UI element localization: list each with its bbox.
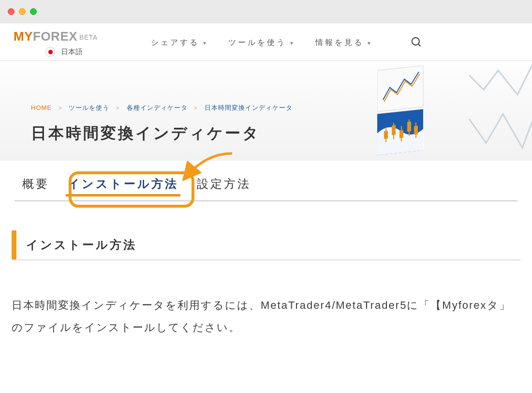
breadcrumb-sep: ＞	[192, 104, 199, 111]
breadcrumb-sep: ＞	[115, 104, 121, 111]
tabs-container: 概要 インストール方法 設定方法	[0, 161, 532, 201]
minimize-icon[interactable]	[19, 8, 26, 15]
chevron-down-icon: ▾	[203, 40, 206, 46]
tab-overview[interactable]: 概要	[20, 176, 51, 200]
heading-accent-bar	[12, 230, 16, 259]
svg-line-1	[418, 44, 421, 46]
tab-install[interactable]: インストール方法	[66, 176, 180, 200]
browser-titlebar	[0, 0, 532, 23]
close-icon[interactable]	[8, 8, 15, 15]
nav-tools[interactable]: ツールを使う ▾	[228, 38, 293, 48]
section-heading: インストール方法	[12, 230, 520, 260]
logo-text-my: MY	[14, 29, 33, 44]
tabs: 概要 インストール方法 設定方法	[15, 161, 517, 201]
logo-block: MYFOREXBETA 日本語	[14, 29, 98, 57]
primary-nav: シェアする ▾ ツールを使う ▾ 情報を見る ▾	[151, 36, 423, 50]
nav-share[interactable]: シェアする ▾	[151, 38, 206, 48]
svg-point-0	[412, 37, 419, 45]
breadcrumb-home[interactable]: HOME	[31, 104, 52, 111]
logo-beta: BETA	[79, 33, 98, 41]
language-label: 日本語	[61, 47, 83, 57]
nav-info[interactable]: 情報を見る ▾	[315, 38, 370, 48]
japan-flag-icon	[45, 47, 55, 57]
maximize-icon[interactable]	[30, 8, 37, 15]
breadcrumb-item[interactable]: ツールを使う	[69, 104, 109, 111]
content-section: インストール方法 日本時間変換インディケータを利用するには、MetaTrader…	[0, 201, 532, 339]
chevron-down-icon: ▾	[290, 40, 293, 46]
logo-text-forex: FOREX	[33, 29, 77, 44]
nav-item-label: シェアする	[151, 38, 199, 48]
section-title: インストール方法	[26, 230, 137, 259]
nav-item-label: ツールを使う	[228, 38, 286, 48]
tab-settings[interactable]: 設定方法	[195, 176, 253, 200]
language-selector[interactable]: 日本語	[45, 47, 98, 57]
site-logo[interactable]: MYFOREXBETA	[14, 29, 98, 44]
search-icon[interactable]	[410, 36, 423, 50]
breadcrumb-sep: ＞	[57, 104, 64, 111]
chevron-down-icon: ▾	[368, 40, 370, 46]
breadcrumb-item[interactable]: 各種インディケータ	[127, 104, 188, 111]
nav-item-label: 情報を見る	[315, 38, 364, 48]
page-title: 日本時間変換インディケータ	[31, 123, 532, 144]
breadcrumb-item[interactable]: 日本時間変換インディケータ	[205, 104, 293, 111]
site-header: MYFOREXBETA 日本語 シェアする ▾ ツールを使う ▾ 情報を見る ▾	[0, 23, 532, 60]
breadcrumb: HOME ＞ ツールを使う ＞ 各種インディケータ ＞ 日本時間変換インディケー…	[31, 61, 532, 112]
hero-section: HOME ＞ ツールを使う ＞ 各種インディケータ ＞ 日本時間変換インディケー…	[0, 60, 532, 161]
section-body: 日本時間変換インディケータを利用するには、MetaTrader4/MetaTra…	[12, 294, 520, 339]
